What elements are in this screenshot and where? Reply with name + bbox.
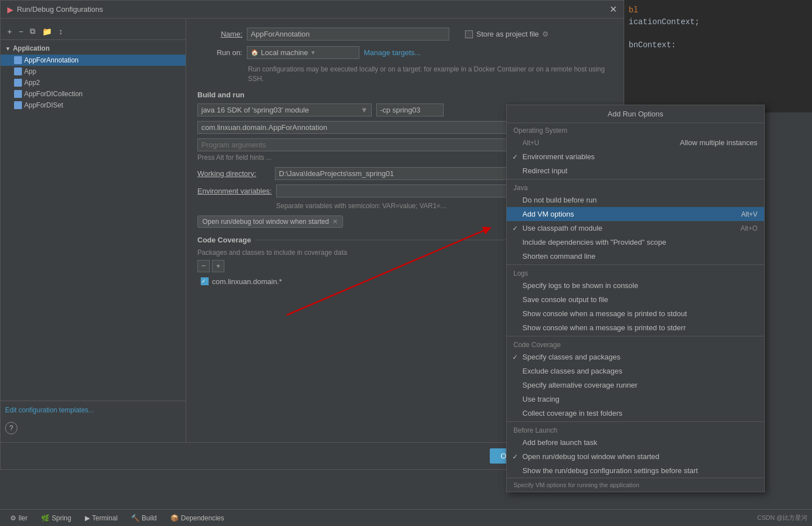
- dropdown-item-use-tracing[interactable]: Use tracing: [507, 392, 764, 406]
- dropdown-item-redirect-input[interactable]: Redirect input: [507, 164, 764, 178]
- dropdown-item-add-vm[interactable]: Add VM options Alt+V: [507, 207, 764, 221]
- sidebar-item-appforannotation[interactable]: AppForAnnotation: [1, 55, 186, 66]
- sidebar-item-label: AppForAnnotation: [24, 56, 79, 64]
- bottom-tab-terminal[interactable]: ▶ Terminal: [79, 512, 123, 524]
- dropdown-item-exclude-classes[interactable]: Exclude classes and packages: [507, 364, 764, 378]
- run-on-hint: Run configurations may be executed local…: [248, 65, 612, 84]
- item-label-include-deps: Include dependencies with "Provided" sco…: [522, 238, 666, 246]
- dropdown-item-allow-multiple[interactable]: Alt+U Allow multiple instances: [507, 136, 764, 150]
- item-label-specify-logs: Specify logs to be shown in console: [522, 281, 638, 290]
- sdk-arrow: ▼: [360, 106, 368, 114]
- item-label-add-vm: Add VM options: [522, 210, 574, 218]
- dropdown-item-alt-runner[interactable]: Specify alternative coverage runner: [507, 378, 764, 392]
- item-label-open-tool-window: Open run/debug tool window when started: [522, 452, 660, 461]
- dropdown-item-collect-coverage[interactable]: Collect coverage in test folders: [507, 406, 764, 420]
- check-use-classpath: ✓: [512, 224, 518, 232]
- bottom-tab-spring[interactable]: 🌿 Spring: [35, 512, 77, 524]
- dropdown-item-save-console[interactable]: Save console output to file: [507, 293, 764, 307]
- sort-config-button[interactable]: ↕: [56, 26, 65, 37]
- item-label-use-tracing: Use tracing: [522, 395, 560, 403]
- coverage-item-label: com.linxuan.domain.*: [212, 277, 282, 286]
- sidebar-item-app[interactable]: App: [1, 66, 186, 77]
- dependencies-label: Dependencies: [181, 514, 224, 522]
- item-label-collect-coverage: Collect coverage in test folders: [522, 409, 622, 417]
- item-label-no-build: Do not build before run: [522, 196, 597, 204]
- item-label-use-classpath: Use classpath of module: [522, 224, 602, 232]
- spring-icon: 🌿: [41, 514, 49, 522]
- sdk-dropdown[interactable]: java 16 SDK of 'spring03' module ▼: [197, 104, 372, 116]
- dropdown-item-open-tool-window[interactable]: ✓ Open run/debug tool window when starte…: [507, 449, 764, 464]
- dropdown-item-shorten-cmd[interactable]: Shorten command line: [507, 249, 764, 263]
- edit-templates-link[interactable]: Edit configuration templates...: [5, 406, 94, 414]
- name-input[interactable]: [247, 28, 449, 41]
- sidebar-item-label-5: AppForDISet: [24, 101, 63, 109]
- dialog-title-area: ▶ Run/Debug Configurations: [7, 5, 103, 14]
- store-checkbox[interactable]: [465, 30, 473, 38]
- expand-arrow: ▼: [5, 46, 11, 52]
- sdk-value: java 16 SDK of 'spring03' module: [201, 106, 309, 114]
- dropdown-item-show-stderr[interactable]: Show console when a message is printed t…: [507, 321, 764, 335]
- add-run-options-dropdown: Add Run Options Operating System Alt+U A…: [506, 105, 765, 492]
- dropdown-item-show-settings[interactable]: Show the run/debug configuration setting…: [507, 464, 764, 478]
- bottom-tab-ller[interactable]: ⚙ ller: [4, 512, 33, 524]
- close-button[interactable]: ✕: [610, 5, 617, 14]
- sidebar-item-appfordicollection[interactable]: AppForDICollection: [1, 88, 186, 100]
- open-tool-window-tag[interactable]: Open run/debug tool window when started …: [197, 215, 343, 228]
- app-icon-3: [14, 79, 22, 87]
- coverage-minus-button[interactable]: −: [197, 260, 210, 272]
- run-on-label: Run on:: [197, 48, 242, 57]
- check-env-vars: ✓: [512, 153, 518, 161]
- dropdown-title: Add Run Options: [507, 105, 764, 123]
- dropdown-item-env-vars[interactable]: ✓ Environment variables: [507, 150, 764, 164]
- dropdown-item-include-deps[interactable]: Include dependencies with "Provided" sco…: [507, 235, 764, 249]
- sidebar-item-label-3: App2: [24, 79, 40, 87]
- run-on-row: Run on: 🏠 Local machine ▼ Manage targets…: [197, 46, 612, 59]
- build-run-header: Build and run: [197, 91, 612, 99]
- sidebar-item-appfordiset[interactable]: AppForDISet: [1, 100, 186, 111]
- divider-coverage: [507, 336, 764, 336]
- help-area: ?: [1, 419, 186, 438]
- coverage-plus-button[interactable]: +: [212, 260, 224, 272]
- remove-config-button[interactable]: −: [16, 26, 25, 37]
- sidebar-item-label-4: AppForDICollection: [24, 90, 83, 98]
- divider-logs: [507, 264, 764, 265]
- dropdown-item-add-before-launch[interactable]: Add before launch task: [507, 435, 764, 449]
- item-label-show-stdout: Show console when a message is printed t…: [522, 309, 687, 318]
- sidebar-item-label-2: App: [24, 68, 36, 75]
- item-label-save-console: Save console output to file: [522, 295, 608, 304]
- copy-config-button[interactable]: ⧉: [28, 25, 38, 37]
- shortcut-allow-multiple: Alt+U: [522, 139, 539, 147]
- coverage-checkbox[interactable]: [201, 277, 209, 285]
- sidebar-item-app2[interactable]: App2: [1, 77, 186, 88]
- cp-field[interactable]: -cp spring03: [376, 104, 444, 116]
- bottom-tab-build[interactable]: 🔨 Build: [125, 512, 163, 524]
- store-label: Store as project file: [476, 30, 539, 38]
- sidebar-section-application: ▼ Application: [1, 42, 186, 55]
- app-icon: [14, 56, 22, 64]
- env-vars-label: Environment variables:: [197, 187, 272, 195]
- dropdown-item-use-classpath[interactable]: ✓ Use classpath of module Alt+O: [507, 221, 764, 235]
- ller-icon: ⚙: [10, 514, 16, 522]
- shortcut-use-classpath: Alt+O: [741, 224, 757, 232]
- dropdown-item-show-stdout[interactable]: Show console when a message is printed t…: [507, 307, 764, 321]
- dropdown-item-specify-logs[interactable]: Specify logs to be shown in console: [507, 278, 764, 293]
- name-row: Name: Store as project file ⚙: [197, 28, 612, 41]
- tag-close-button[interactable]: ✕: [332, 218, 338, 226]
- folder-config-button[interactable]: 📁: [40, 26, 54, 37]
- manage-targets-link[interactable]: Manage targets...: [364, 48, 421, 57]
- background-code: bl icationContext; bnContext:: [624, 0, 812, 113]
- dropdown-item-no-build[interactable]: Do not build before run: [507, 193, 764, 207]
- shortcut-add-vm: Alt+V: [741, 210, 757, 218]
- check-specify-classes: ✓: [512, 353, 518, 361]
- help-button[interactable]: ?: [5, 422, 17, 434]
- dropdown-arrow: ▼: [310, 50, 316, 56]
- gear-icon: ⚙: [542, 30, 549, 38]
- add-config-button[interactable]: +: [5, 26, 14, 37]
- dropdown-item-specify-classes[interactable]: ✓ Specify classes and packages: [507, 350, 764, 364]
- run-on-dropdown[interactable]: 🏠 Local machine ▼: [247, 46, 359, 59]
- dependencies-icon: 📦: [170, 514, 179, 522]
- dropdown-section-java: Java: [507, 181, 764, 193]
- bottom-tab-dependencies[interactable]: 📦 Dependencies: [165, 512, 230, 524]
- build-icon: 🔨: [131, 514, 139, 522]
- terminal-icon: ▶: [85, 514, 90, 522]
